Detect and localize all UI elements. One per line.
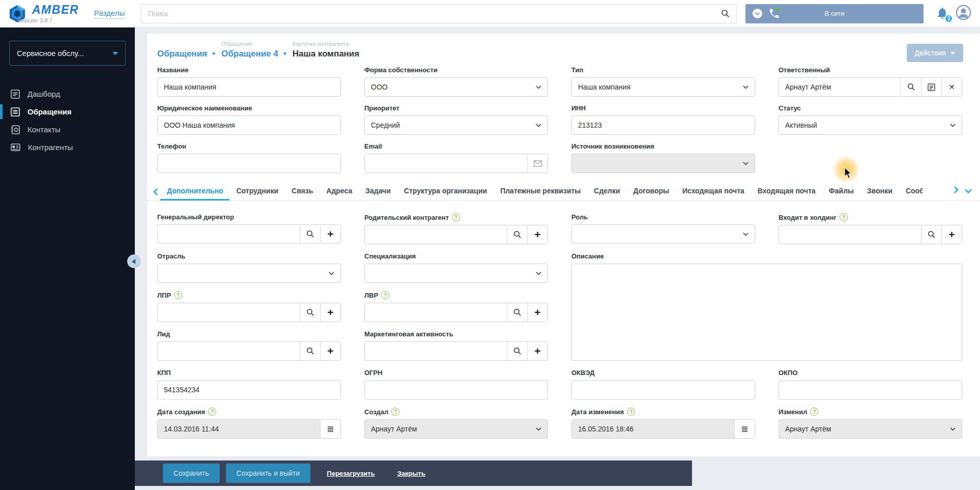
marketing-activity-input[interactable] — [365, 342, 507, 360]
ceo-input[interactable] — [158, 225, 300, 243]
kpp-input[interactable] — [157, 380, 341, 399]
close-link[interactable]: Закрыть — [397, 470, 425, 477]
chevron-left-icon — [132, 259, 135, 264]
tab-communication[interactable]: Связь — [285, 182, 320, 200]
sidebar-collapse-handle[interactable] — [127, 254, 141, 268]
footer-zone: Сохранить Сохранить и выйти Перезагрузит… — [135, 456, 980, 490]
tabs-scroll-right-icon[interactable] — [954, 186, 959, 195]
okpo-input[interactable] — [779, 380, 962, 399]
lvr-search-button[interactable] — [507, 303, 527, 322]
page-title: Наша компания — [293, 49, 359, 59]
notifications-bell[interactable]: 3 — [936, 6, 949, 21]
owner-card-button[interactable] — [921, 78, 941, 96]
tab-incoming-mail[interactable]: Входящая почта — [751, 182, 822, 200]
tab-files[interactable]: Файлы — [822, 182, 860, 200]
ogrn-input[interactable] — [364, 380, 548, 399]
tabs-scroll-left-icon[interactable] — [151, 188, 160, 200]
marketing-search-button[interactable] — [507, 342, 527, 360]
user-avatar[interactable] — [956, 5, 971, 22]
description-textarea[interactable] — [571, 264, 962, 361]
tab-messages[interactable]: Сообщения — [899, 182, 923, 200]
actions-button[interactable]: Действия — [907, 44, 963, 62]
legal-name-input[interactable] — [157, 116, 341, 135]
created-by-select: Арнаут Артём — [364, 419, 548, 439]
name-input[interactable] — [157, 77, 341, 97]
breadcrumb-cases[interactable]: Обращения — [157, 41, 207, 59]
owner-search-button[interactable] — [901, 78, 921, 96]
created-at-calendar-button[interactable] — [320, 420, 340, 438]
ceo-add-button[interactable]: + — [320, 225, 340, 243]
lead-add-button[interactable]: + — [320, 342, 340, 360]
lead-input[interactable] — [158, 342, 300, 360]
field-lpr: ЛПР? + — [157, 291, 341, 322]
tab-contracts[interactable]: Договоры — [627, 182, 676, 200]
tab-payment-details[interactable]: Платежные реквизиты — [494, 182, 587, 200]
field-description: Описание — [571, 252, 962, 361]
sidebar-item-label: Контакты — [27, 125, 61, 134]
send-email-button[interactable] — [527, 154, 547, 172]
owner-clear-button[interactable]: ✕ — [941, 78, 962, 96]
workspace-selector[interactable]: Сервисное обслу... — [9, 41, 126, 66]
holding-search-button[interactable] — [921, 225, 941, 244]
breadcrumb-case-4[interactable]: Обращение Обращение 4 — [221, 41, 278, 59]
lead-search-button[interactable] — [300, 342, 320, 360]
notification-count-badge: 3 — [944, 14, 953, 23]
field-priority: Приоритет Средний — [364, 104, 548, 135]
chevron-down-circle-icon[interactable] — [752, 8, 763, 19]
sidebar-item-accounts[interactable]: Контрагенты — [0, 138, 135, 156]
parent-search-button[interactable] — [507, 225, 527, 244]
help-icon: ? — [810, 408, 818, 416]
inn-input[interactable] — [571, 116, 755, 135]
holding-add-button[interactable]: + — [941, 225, 962, 244]
save-and-exit-button[interactable]: Сохранить и выйти — [226, 464, 311, 483]
tab-outgoing-mail[interactable]: Исходящая почта — [676, 182, 751, 200]
tab-calls[interactable]: Звонки — [860, 182, 899, 200]
lvr-input[interactable] — [365, 303, 507, 322]
chevron-down-icon — [536, 85, 541, 89]
ceo-search-button[interactable] — [300, 225, 320, 243]
status-select[interactable]: Активный — [779, 116, 962, 135]
type-select[interactable]: Наша компания — [571, 77, 755, 97]
okved-input[interactable] — [571, 380, 755, 399]
contacts-icon — [11, 125, 20, 134]
search-icon[interactable] — [721, 9, 730, 18]
lpr-input[interactable] — [158, 303, 300, 322]
sidebar-item-cases[interactable]: Обращения — [0, 103, 135, 121]
lvr-add-button[interactable]: + — [527, 303, 547, 322]
telephony-status-bar[interactable]: В сети — [745, 4, 924, 23]
avatar-person-icon[interactable] — [956, 5, 971, 20]
tab-deals[interactable]: Сделки — [587, 182, 626, 200]
modified-at-calendar-button[interactable] — [734, 420, 755, 438]
tab-tasks[interactable]: Задачи — [359, 182, 397, 200]
sections-link[interactable]: Разделы — [94, 9, 125, 19]
parent-account-input[interactable] — [365, 225, 507, 244]
marketing-add-button[interactable]: + — [527, 342, 547, 360]
parent-add-button[interactable]: + — [527, 225, 547, 244]
sidebar-item-dashboard[interactable]: Дашборд — [0, 85, 135, 103]
ownership-select[interactable]: ООО — [364, 77, 548, 97]
email-input[interactable] — [365, 154, 527, 172]
tab-org-structure[interactable]: Структура организации — [397, 182, 494, 200]
tab-addresses[interactable]: Адреса — [320, 182, 359, 200]
owner-input[interactable] — [779, 78, 901, 96]
lpr-search-button[interactable] — [300, 303, 320, 322]
reload-link[interactable]: Перезагрузить — [327, 470, 374, 477]
tab-employees[interactable]: Сотрудники — [229, 182, 285, 200]
save-button[interactable]: Сохранить — [163, 464, 220, 483]
sidebar-item-contacts[interactable]: Контакты — [0, 121, 135, 138]
priority-select[interactable]: Средний — [364, 116, 548, 135]
help-icon: ? — [174, 291, 182, 299]
holding-input[interactable] — [779, 225, 921, 244]
search-input[interactable] — [148, 10, 721, 18]
role-select[interactable] — [571, 224, 755, 244]
search-icon — [306, 230, 314, 238]
record-card: Обращения ▸ Обращение Обращение 4 ▸ Карт… — [147, 34, 980, 456]
tabs-expand-icon[interactable] — [965, 186, 972, 195]
tab-additional[interactable]: Дополнительно — [160, 182, 229, 200]
specialization-select[interactable] — [364, 264, 548, 283]
phone-input[interactable] — [157, 154, 341, 173]
lpr-add-button[interactable]: + — [320, 303, 340, 322]
industry-select[interactable] — [157, 264, 341, 283]
field-created-by: Создал? Арнаут Артём — [364, 408, 548, 439]
phone-icon[interactable] — [768, 8, 780, 19]
